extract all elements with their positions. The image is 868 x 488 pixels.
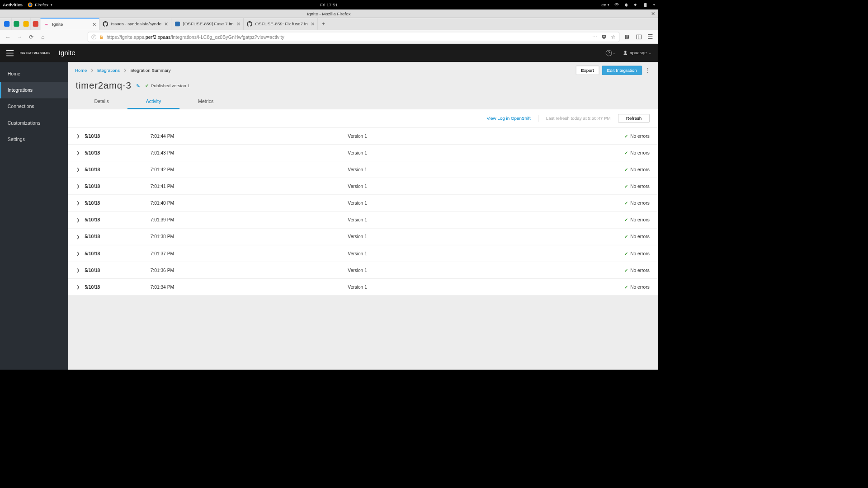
activity-time: 7:01:44 PM <box>151 133 348 138</box>
new-tab-button[interactable]: + <box>317 18 329 30</box>
expand-icon[interactable]: ❯ <box>76 184 82 189</box>
chevron-right-icon: ❯ <box>123 68 126 72</box>
home-button[interactable]: ⌂ <box>38 33 47 42</box>
site-info-icon[interactable]: i <box>91 34 96 39</box>
expand-icon[interactable]: ❯ <box>76 234 82 239</box>
lock-icon <box>99 34 104 39</box>
firefox-menu-icon[interactable]: ☰ <box>647 33 653 41</box>
breadcrumb-integrations[interactable]: Integrations <box>96 68 119 73</box>
library-icon[interactable] <box>624 34 631 40</box>
brand: Ignite <box>59 49 75 56</box>
tab-1-close[interactable]: ✕ <box>164 21 168 27</box>
address-bar[interactable]: i https://ignite.apps.perf2.xpaas/integr… <box>88 32 619 42</box>
tab-metrics[interactable]: Metrics <box>179 94 232 109</box>
expand-icon[interactable]: ❯ <box>76 268 82 273</box>
activity-row[interactable]: ❯5/10/187:01:38 PMVersion 1✔No errors <box>68 228 658 245</box>
expand-icon[interactable]: ❯ <box>76 251 82 256</box>
nav-toggle[interactable] <box>6 50 14 56</box>
tab-details[interactable]: Details <box>75 94 127 109</box>
user-caret-icon: ⌄ <box>649 51 651 55</box>
panel-button-2[interactable] <box>12 18 21 30</box>
check-circle-icon: ✔ <box>624 251 628 256</box>
tab-activity[interactable]: Activity <box>127 94 179 109</box>
breadcrumb-home[interactable]: Home <box>75 68 87 73</box>
tab-3-label: OSFUSE-859: Fix fuse7 in <box>255 21 307 26</box>
pocket-icon[interactable] <box>601 34 607 39</box>
activity-row[interactable]: ❯5/10/187:01:36 PMVersion 1✔No errors <box>68 262 658 278</box>
tab-3-close[interactable]: ✕ <box>311 21 315 27</box>
activities-button[interactable]: Activities <box>3 2 23 7</box>
activity-row[interactable]: ❯5/10/187:01:37 PMVersion 1✔No errors <box>68 245 658 262</box>
expand-icon[interactable]: ❯ <box>76 201 82 206</box>
check-circle-icon: ✔ <box>624 133 628 139</box>
activity-errors: No errors <box>630 284 650 289</box>
published-label: Published version 1 <box>151 83 190 88</box>
back-button[interactable]: ← <box>4 33 13 42</box>
tab-2-favicon <box>175 21 180 27</box>
panel-button-4[interactable] <box>31 18 40 30</box>
panel-button-3[interactable] <box>21 18 31 30</box>
sidebar-item-customizations[interactable]: Customizations <box>0 115 68 131</box>
tab-2-close[interactable]: ✕ <box>236 21 241 27</box>
bookmark-star-icon[interactable]: ☆ <box>611 33 616 40</box>
page-action-menu-icon[interactable]: ⋯ <box>592 34 597 39</box>
expand-icon[interactable]: ❯ <box>76 217 82 222</box>
battery-icon[interactable] <box>643 2 648 7</box>
sidebar-item-connections[interactable]: Connections <box>0 98 68 114</box>
expand-icon[interactable]: ❯ <box>76 167 82 172</box>
window-titlebar: Ignite - Mozilla Firefox ✕ <box>0 9 658 18</box>
view-log-link[interactable]: View Log in OpenShift <box>486 116 530 121</box>
kebab-menu[interactable]: ⋮ <box>645 66 651 75</box>
activity-row[interactable]: ❯5/10/187:01:40 PMVersion 1✔No errors <box>68 194 658 211</box>
activity-row[interactable]: ❯5/10/187:01:39 PMVersion 1✔No errors <box>68 211 658 228</box>
system-menu-caret-icon[interactable]: ▾ <box>653 3 655 6</box>
wifi-icon[interactable] <box>614 2 619 7</box>
activity-version: Version 1 <box>348 217 624 222</box>
activity-row[interactable]: ❯5/10/187:01:42 PMVersion 1✔No errors <box>68 161 658 178</box>
volume-icon[interactable] <box>633 2 638 7</box>
activity-row[interactable]: ❯5/10/187:01:43 PMVersion 1✔No errors <box>68 144 658 161</box>
sidebar-item-settings[interactable]: Settings <box>0 131 68 147</box>
app-menu-label: Firefox <box>35 2 48 7</box>
svg-rect-2 <box>637 35 641 39</box>
activity-row[interactable]: ❯5/10/187:01:44 PMVersion 1✔No errors <box>68 127 658 144</box>
edit-icon[interactable]: ✎ <box>136 83 140 89</box>
export-button[interactable]: Export <box>576 66 599 75</box>
activity-time: 7:01:38 PM <box>151 234 348 239</box>
browser-tab-3[interactable]: OSFUSE-859: Fix fuse7 in ✕ <box>244 18 318 30</box>
activity-errors: No errors <box>630 251 650 256</box>
browser-tab-1[interactable]: Issues · syndesisio/synde ✕ <box>99 18 171 30</box>
input-source[interactable]: en▾ <box>601 2 609 7</box>
edit-integration-button[interactable]: Edit Integration <box>602 66 642 75</box>
activity-list: ❯5/10/187:01:44 PMVersion 1✔No errors❯5/… <box>68 127 658 295</box>
clock[interactable]: Fri 17:51 <box>320 2 338 7</box>
activity-row[interactable]: ❯5/10/187:01:41 PMVersion 1✔No errors <box>68 178 658 194</box>
refresh-button[interactable]: Refresh <box>618 114 649 122</box>
browser-tab-2[interactable]: [OSFUSE-859] Fuse 7 im ✕ <box>171 18 243 30</box>
expand-icon[interactable]: ❯ <box>76 134 82 139</box>
help-menu[interactable]: ? ⌄ <box>606 50 616 56</box>
expand-icon[interactable]: ❯ <box>76 150 82 155</box>
app-menu[interactable]: Firefox ▾ <box>27 2 52 7</box>
sidebar-item-integrations[interactable]: Integrations <box>0 82 68 98</box>
user-menu[interactable]: xpaasqe ⌄ <box>623 50 652 55</box>
activity-errors: No errors <box>630 267 650 272</box>
activity-time: 7:01:40 PM <box>151 201 348 206</box>
activity-time: 7:01:41 PM <box>151 184 348 189</box>
app-menu-caret-icon: ▾ <box>51 3 52 6</box>
activity-date: 5/10/18 <box>85 167 150 172</box>
check-circle-icon: ✔ <box>624 234 628 239</box>
sidebar-item-home[interactable]: Home <box>0 66 68 82</box>
activity-row[interactable]: ❯5/10/187:01:34 PMVersion 1✔No errors <box>68 278 658 295</box>
firefox-icon <box>27 2 33 7</box>
window-close-button[interactable]: ✕ <box>651 11 655 16</box>
notifications-icon[interactable] <box>624 2 629 7</box>
tab-strip: ∞ Ignite ✕ Issues · syndesisio/synde ✕ [… <box>0 18 658 30</box>
browser-tab-0[interactable]: ∞ Ignite ✕ <box>40 18 99 30</box>
expand-icon[interactable]: ❯ <box>76 285 82 290</box>
tab-0-close[interactable]: ✕ <box>92 21 96 27</box>
check-circle-icon: ✔ <box>624 200 628 206</box>
panel-button-1[interactable] <box>2 18 12 30</box>
sidebar-toggle-icon[interactable] <box>636 34 642 40</box>
reload-button[interactable]: ⟳ <box>27 33 36 42</box>
